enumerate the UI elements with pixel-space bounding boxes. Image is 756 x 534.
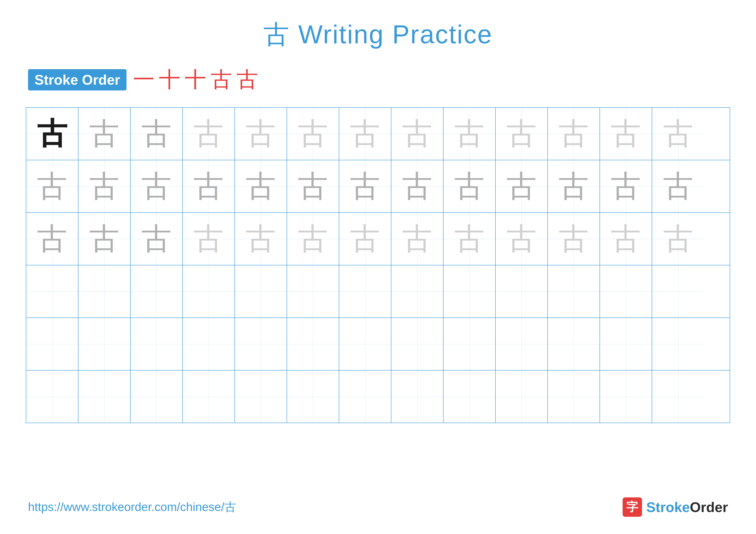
grid-cell[interactable]: 古 (652, 108, 704, 160)
grid-cell[interactable] (600, 318, 652, 370)
grid-cell[interactable] (339, 266, 392, 318)
grid-cell[interactable]: 古 (26, 213, 78, 265)
grid-cell[interactable] (496, 318, 548, 370)
cell-character: 古 (194, 171, 224, 201)
grid-cell[interactable]: 古 (78, 213, 131, 265)
grid-cell[interactable]: 古 (652, 160, 704, 213)
grid-cell[interactable] (392, 318, 444, 370)
grid-cell[interactable]: 古 (600, 213, 652, 265)
grid-cell[interactable]: 古 (235, 108, 287, 160)
grid-cell[interactable]: 古 (444, 213, 496, 265)
grid-cell[interactable]: 古 (339, 108, 392, 160)
grid-cell[interactable]: 古 (548, 213, 600, 265)
grid-cell[interactable] (444, 318, 496, 370)
page-title: 古 Writing Practice (0, 17, 756, 52)
grid-cell[interactable] (600, 370, 652, 423)
grid-cell[interactable] (392, 266, 444, 318)
grid-cell[interactable]: 古 (235, 213, 287, 265)
cell-character: 古 (89, 224, 120, 254)
cell-character: 古 (37, 224, 67, 254)
grid-cell[interactable]: 古 (26, 160, 78, 213)
grid-cell[interactable] (183, 266, 235, 318)
grid-cell[interactable] (287, 318, 339, 370)
grid-row-4 (26, 318, 730, 370)
cell-character: 古 (454, 224, 484, 254)
cell-character: 古 (663, 119, 693, 149)
grid-cell[interactable]: 古 (183, 160, 235, 213)
grid-cell[interactable]: 古 (496, 213, 548, 265)
cell-character: 古 (141, 224, 172, 254)
footer-url[interactable]: https://www.strokeorder.com/chinese/古 (28, 499, 236, 515)
cell-character: 古 (350, 119, 380, 149)
grid-cell[interactable] (652, 318, 704, 370)
grid-cell[interactable] (235, 266, 287, 318)
grid-cell[interactable] (287, 266, 339, 318)
practice-grid: 古古古古古古古古古古古古古古古古古古古古古古古古古古古古古古古古古古古古古古古 (26, 107, 730, 423)
grid-cell[interactable] (548, 318, 600, 370)
grid-cell[interactable]: 古 (444, 108, 496, 160)
grid-cell[interactable]: 古 (235, 160, 287, 213)
grid-cell[interactable] (131, 318, 183, 370)
grid-cell[interactable] (652, 370, 704, 423)
grid-cell[interactable] (496, 266, 548, 318)
cell-character: 古 (402, 171, 432, 201)
grid-cell[interactable]: 古 (26, 108, 78, 160)
grid-cell[interactable]: 古 (78, 160, 131, 213)
grid-cell[interactable] (26, 266, 78, 318)
grid-cell[interactable]: 古 (287, 108, 339, 160)
stroke-order-badge: Stroke Order (28, 69, 126, 90)
grid-cell[interactable] (131, 266, 183, 318)
footer-logo: 字 StrokeOrder (623, 497, 728, 517)
cell-character: 古 (89, 171, 120, 201)
grid-cell[interactable] (600, 266, 652, 318)
grid-cell[interactable] (496, 370, 548, 423)
grid-cell[interactable] (652, 266, 704, 318)
grid-cell[interactable] (26, 318, 78, 370)
cell-character: 古 (558, 119, 589, 149)
grid-cell[interactable]: 古 (444, 160, 496, 213)
grid-cell[interactable]: 古 (600, 108, 652, 160)
grid-cell[interactable] (131, 370, 183, 423)
grid-cell[interactable]: 古 (78, 108, 131, 160)
grid-cell[interactable] (78, 266, 131, 318)
grid-cell[interactable] (287, 370, 339, 423)
grid-cell[interactable] (183, 318, 235, 370)
grid-cell[interactable] (235, 370, 287, 423)
grid-cell[interactable]: 古 (548, 160, 600, 213)
grid-cell[interactable]: 古 (131, 213, 183, 265)
grid-cell[interactable]: 古 (131, 160, 183, 213)
grid-cell[interactable] (183, 370, 235, 423)
grid-cell[interactable] (548, 370, 600, 423)
grid-cell[interactable] (548, 266, 600, 318)
grid-cell[interactable]: 古 (548, 108, 600, 160)
cell-character: 古 (194, 119, 224, 149)
cell-character: 古 (37, 119, 67, 149)
grid-cell[interactable]: 古 (652, 213, 704, 265)
grid-cell[interactable] (339, 318, 392, 370)
grid-cell[interactable] (392, 370, 444, 423)
grid-cell[interactable]: 古 (496, 108, 548, 160)
grid-cell[interactable] (444, 266, 496, 318)
grid-cell[interactable]: 古 (339, 160, 392, 213)
stroke-order-row: Stroke Order 一 十 十 古 古 (28, 65, 756, 94)
stroke-seq-1: 一 (133, 65, 154, 94)
grid-cell[interactable] (26, 370, 78, 423)
grid-cell[interactable] (78, 370, 131, 423)
grid-cell[interactable]: 古 (287, 213, 339, 265)
grid-cell[interactable]: 古 (392, 213, 444, 265)
grid-cell[interactable] (444, 370, 496, 423)
grid-cell[interactable]: 古 (339, 213, 392, 265)
grid-cell[interactable]: 古 (183, 213, 235, 265)
grid-cell[interactable] (235, 318, 287, 370)
grid-cell[interactable]: 古 (392, 108, 444, 160)
grid-cell[interactable]: 古 (183, 108, 235, 160)
grid-cell[interactable]: 古 (496, 160, 548, 213)
grid-cell[interactable]: 古 (600, 160, 652, 213)
grid-cell[interactable]: 古 (131, 108, 183, 160)
grid-cell[interactable] (78, 318, 131, 370)
grid-cell[interactable]: 古 (392, 160, 444, 213)
footer: https://www.strokeorder.com/chinese/古 字 … (0, 497, 756, 517)
grid-cell[interactable] (339, 370, 392, 423)
grid-cell[interactable]: 古 (287, 160, 339, 213)
cell-character: 古 (663, 224, 693, 254)
